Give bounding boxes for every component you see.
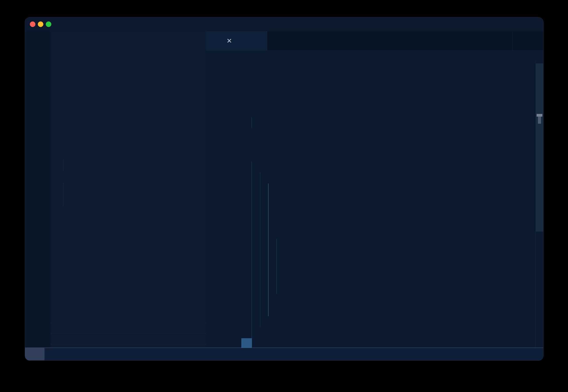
timeline-panel-header[interactable] xyxy=(51,334,206,344)
code-editor[interactable] xyxy=(206,60,543,348)
overview-ruler-marker xyxy=(538,117,541,124)
chevron-right-icon xyxy=(54,326,60,331)
overview-ruler-marker xyxy=(537,114,542,117)
vscode-window: ✕ xyxy=(25,17,543,361)
editor-scrollbar[interactable] xyxy=(536,60,543,348)
split-editor-icon[interactable] xyxy=(513,37,521,45)
close-tab-icon[interactable]: ✕ xyxy=(226,38,232,44)
explorer-sidebar xyxy=(51,31,206,348)
window-title xyxy=(25,17,543,31)
react-icon xyxy=(212,37,219,44)
tab-index-tsx[interactable]: ✕ xyxy=(206,31,267,50)
chevron-right-icon xyxy=(54,336,60,342)
status-bar xyxy=(25,348,543,360)
remote-icon xyxy=(31,351,38,357)
activity-bar xyxy=(25,31,51,348)
chevron-down-icon xyxy=(54,54,59,60)
scrollbar-slider[interactable] xyxy=(536,63,543,232)
breadcrumb xyxy=(206,50,543,60)
outline-panel-header[interactable] xyxy=(51,323,206,334)
remote-indicator[interactable] xyxy=(25,348,44,360)
editor-group: ✕ xyxy=(206,31,543,348)
views-more-actions-icon[interactable] xyxy=(186,39,193,46)
tab-bar: ✕ xyxy=(206,31,543,51)
tree-indent-guide xyxy=(63,159,63,171)
title-bar xyxy=(25,17,543,31)
explorer-section-test2[interactable] xyxy=(51,52,206,62)
tree-indent-guide xyxy=(63,183,63,206)
editor-more-actions-icon[interactable] xyxy=(527,37,535,45)
